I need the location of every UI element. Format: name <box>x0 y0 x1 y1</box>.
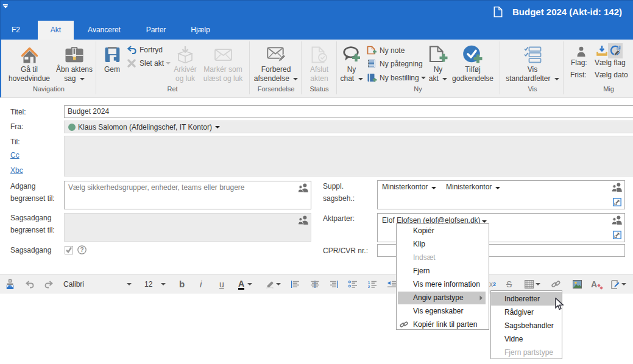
svg-text:2: 2 <box>368 285 370 289</box>
svg-text:?: ? <box>80 247 83 253</box>
svg-text:1: 1 <box>368 281 370 284</box>
